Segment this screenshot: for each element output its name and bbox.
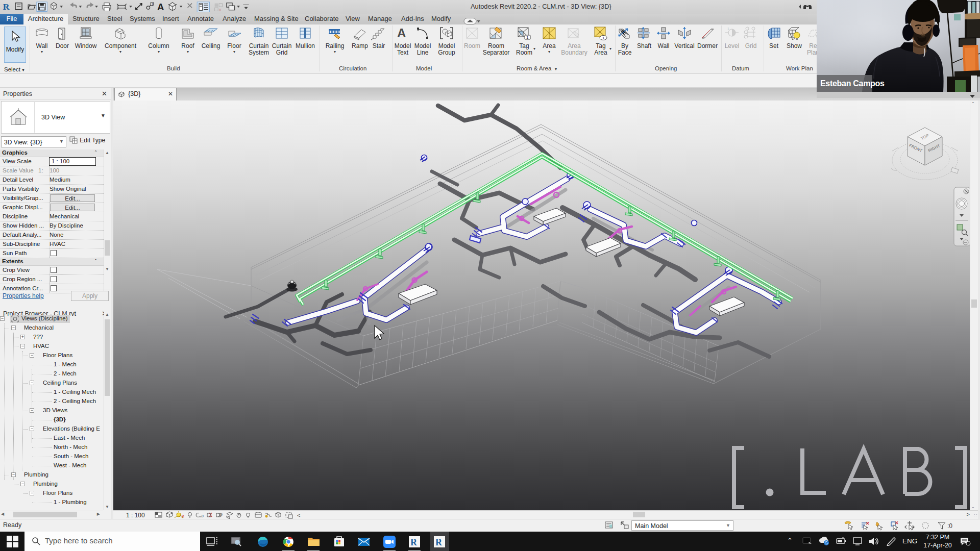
svg-text:x: x: [219, 7, 222, 12]
svg-text:✕: ✕: [181, 514, 185, 519]
svg-text:R: R: [3, 2, 10, 12]
svg-text::0: :0: [947, 522, 952, 530]
svg-text:9: 9: [202, 514, 204, 518]
svg-text:1: 1: [526, 35, 529, 40]
svg-text:✕: ✕: [895, 520, 899, 525]
svg-text:1: 1: [151, 3, 153, 6]
svg-text:A: A: [397, 26, 406, 40]
svg-text:R: R: [435, 537, 443, 547]
svg-text:1: 1: [602, 36, 605, 40]
svg-text:1: 1: [727, 27, 729, 31]
svg-text:R: R: [410, 537, 418, 547]
svg-text:A: A: [157, 2, 164, 12]
svg-text:9: 9: [220, 513, 223, 516]
svg-text:<: <: [297, 512, 300, 518]
svg-text:✕: ✕: [866, 521, 870, 526]
